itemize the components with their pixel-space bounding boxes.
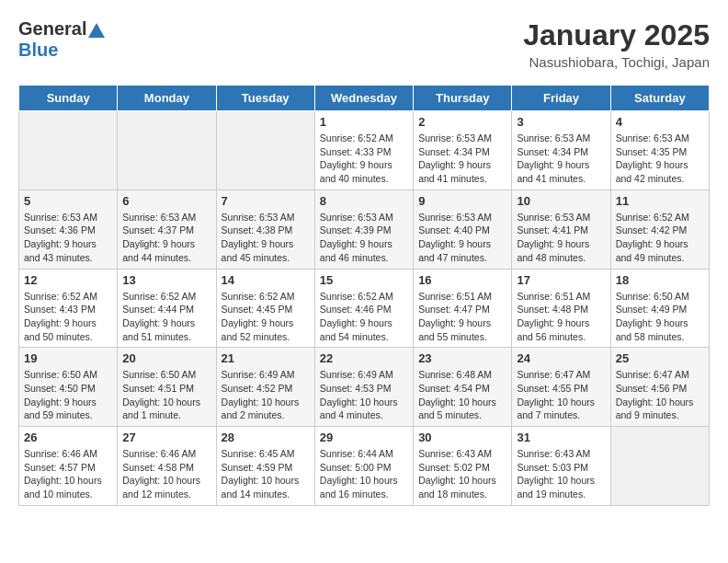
calendar-table: SundayMondayTuesdayWednesdayThursdayFrid… (18, 85, 710, 506)
day-info: Sunrise: 6:43 AM Sunset: 5:03 PM Dayligh… (517, 447, 605, 501)
day-number: 26 (24, 431, 112, 444)
day-info: Sunrise: 6:53 AM Sunset: 4:40 PM Dayligh… (418, 211, 506, 265)
calendar-cell: 26Sunrise: 6:46 AM Sunset: 4:57 PM Dayli… (19, 427, 118, 506)
calendar-cell: 9Sunrise: 6:53 AM Sunset: 4:40 PM Daylig… (414, 190, 512, 269)
calendar-cell (610, 427, 709, 506)
day-number: 27 (122, 431, 210, 444)
day-number: 13 (122, 273, 210, 287)
day-number: 22 (320, 351, 408, 365)
logo-blue-text: Blue (18, 40, 58, 61)
day-info: Sunrise: 6:43 AM Sunset: 5:02 PM Dayligh… (418, 447, 506, 501)
day-number: 31 (517, 431, 605, 444)
calendar-cell: 29Sunrise: 6:44 AM Sunset: 5:00 PM Dayli… (314, 427, 413, 506)
calendar-cell: 12Sunrise: 6:52 AM Sunset: 4:43 PM Dayli… (19, 269, 118, 348)
day-number: 29 (320, 431, 408, 444)
day-info: Sunrise: 6:53 AM Sunset: 4:39 PM Dayligh… (320, 211, 408, 265)
day-info: Sunrise: 6:49 AM Sunset: 4:52 PM Dayligh… (222, 368, 310, 422)
calendar-week-row: 12Sunrise: 6:52 AM Sunset: 4:43 PM Dayli… (19, 269, 710, 348)
day-info: Sunrise: 6:48 AM Sunset: 4:54 PM Dayligh… (418, 368, 506, 422)
calendar-cell: 27Sunrise: 6:46 AM Sunset: 4:58 PM Dayli… (118, 427, 216, 506)
day-number: 20 (122, 351, 210, 365)
day-info: Sunrise: 6:53 AM Sunset: 4:38 PM Dayligh… (222, 211, 310, 265)
calendar-header-row: SundayMondayTuesdayWednesdayThursdayFrid… (19, 86, 710, 111)
weekday-header-friday: Friday (512, 86, 610, 111)
calendar-cell: 10Sunrise: 6:53 AM Sunset: 4:41 PM Dayli… (512, 190, 610, 269)
day-info: Sunrise: 6:53 AM Sunset: 4:36 PM Dayligh… (24, 211, 112, 265)
weekday-header-monday: Monday (118, 86, 216, 111)
day-number: 7 (222, 194, 310, 208)
day-info: Sunrise: 6:50 AM Sunset: 4:49 PM Dayligh… (616, 290, 704, 344)
day-number: 5 (24, 194, 112, 208)
day-number: 17 (517, 273, 605, 287)
calendar-cell: 5Sunrise: 6:53 AM Sunset: 4:36 PM Daylig… (19, 190, 118, 269)
day-number: 24 (517, 351, 605, 365)
day-info: Sunrise: 6:45 AM Sunset: 4:59 PM Dayligh… (222, 447, 310, 501)
calendar-cell: 18Sunrise: 6:50 AM Sunset: 4:49 PM Dayli… (610, 269, 709, 348)
day-number: 25 (616, 351, 704, 365)
day-number: 18 (616, 273, 704, 287)
weekday-header-saturday: Saturday (610, 86, 709, 111)
month-title: January 2025 (523, 18, 710, 52)
day-info: Sunrise: 6:44 AM Sunset: 5:00 PM Dayligh… (320, 447, 408, 501)
calendar-cell: 15Sunrise: 6:52 AM Sunset: 4:46 PM Dayli… (314, 269, 413, 348)
page-header: General Blue January 2025 Nasushiobara, … (18, 18, 710, 70)
day-number: 21 (222, 351, 310, 365)
day-number: 16 (418, 273, 506, 287)
day-info: Sunrise: 6:52 AM Sunset: 4:45 PM Dayligh… (222, 290, 310, 344)
calendar-cell: 6Sunrise: 6:53 AM Sunset: 4:37 PM Daylig… (118, 190, 216, 269)
day-info: Sunrise: 6:51 AM Sunset: 4:47 PM Dayligh… (418, 290, 506, 344)
calendar-cell: 28Sunrise: 6:45 AM Sunset: 4:59 PM Dayli… (216, 427, 314, 506)
day-number: 15 (320, 273, 408, 287)
calendar-cell: 21Sunrise: 6:49 AM Sunset: 4:52 PM Dayli… (216, 348, 314, 427)
calendar-cell: 1Sunrise: 6:52 AM Sunset: 4:33 PM Daylig… (314, 111, 413, 190)
calendar-cell: 11Sunrise: 6:52 AM Sunset: 4:42 PM Dayli… (610, 190, 709, 269)
calendar-cell: 19Sunrise: 6:50 AM Sunset: 4:50 PM Dayli… (19, 348, 118, 427)
day-number: 4 (616, 115, 704, 129)
calendar-cell: 8Sunrise: 6:53 AM Sunset: 4:39 PM Daylig… (314, 190, 413, 269)
calendar-cell: 3Sunrise: 6:53 AM Sunset: 4:34 PM Daylig… (512, 111, 610, 190)
calendar-cell: 16Sunrise: 6:51 AM Sunset: 4:47 PM Dayli… (414, 269, 512, 348)
day-info: Sunrise: 6:46 AM Sunset: 4:58 PM Dayligh… (122, 447, 210, 501)
day-info: Sunrise: 6:52 AM Sunset: 4:43 PM Dayligh… (24, 290, 112, 344)
calendar-cell: 25Sunrise: 6:47 AM Sunset: 4:56 PM Dayli… (610, 348, 709, 427)
calendar-cell (19, 111, 118, 190)
weekday-header-wednesday: Wednesday (314, 86, 413, 111)
calendar-cell: 23Sunrise: 6:48 AM Sunset: 4:54 PM Dayli… (414, 348, 512, 427)
day-number: 12 (24, 273, 112, 287)
calendar-cell: 20Sunrise: 6:50 AM Sunset: 4:51 PM Dayli… (118, 348, 216, 427)
day-info: Sunrise: 6:52 AM Sunset: 4:46 PM Dayligh… (320, 290, 408, 344)
calendar-cell: 30Sunrise: 6:43 AM Sunset: 5:02 PM Dayli… (414, 427, 512, 506)
day-info: Sunrise: 6:53 AM Sunset: 4:35 PM Dayligh… (616, 132, 704, 186)
calendar-cell: 14Sunrise: 6:52 AM Sunset: 4:45 PM Dayli… (216, 269, 314, 348)
day-info: Sunrise: 6:53 AM Sunset: 4:34 PM Dayligh… (517, 132, 605, 186)
calendar-week-row: 26Sunrise: 6:46 AM Sunset: 4:57 PM Dayli… (19, 427, 710, 506)
day-info: Sunrise: 6:47 AM Sunset: 4:55 PM Dayligh… (517, 368, 605, 422)
logo-arrow-icon (88, 21, 105, 38)
day-info: Sunrise: 6:50 AM Sunset: 4:50 PM Dayligh… (24, 368, 112, 422)
weekday-header-thursday: Thursday (414, 86, 512, 111)
calendar-cell: 31Sunrise: 6:43 AM Sunset: 5:03 PM Dayli… (512, 427, 610, 506)
calendar-week-row: 1Sunrise: 6:52 AM Sunset: 4:33 PM Daylig… (19, 111, 710, 190)
day-info: Sunrise: 6:51 AM Sunset: 4:48 PM Dayligh… (517, 290, 605, 344)
day-info: Sunrise: 6:49 AM Sunset: 4:53 PM Dayligh… (320, 368, 408, 422)
calendar-cell (216, 111, 314, 190)
day-info: Sunrise: 6:53 AM Sunset: 4:34 PM Dayligh… (418, 132, 506, 186)
day-info: Sunrise: 6:53 AM Sunset: 4:41 PM Dayligh… (517, 211, 605, 265)
day-number: 1 (320, 115, 408, 129)
day-number: 3 (517, 115, 605, 129)
day-number: 8 (320, 194, 408, 208)
weekday-header-tuesday: Tuesday (216, 86, 314, 111)
day-info: Sunrise: 6:46 AM Sunset: 4:57 PM Dayligh… (24, 447, 112, 501)
svg-marker-0 (88, 23, 105, 38)
day-number: 30 (418, 431, 506, 444)
calendar-cell: 22Sunrise: 6:49 AM Sunset: 4:53 PM Dayli… (314, 348, 413, 427)
day-info: Sunrise: 6:47 AM Sunset: 4:56 PM Dayligh… (616, 368, 704, 422)
calendar-cell: 17Sunrise: 6:51 AM Sunset: 4:48 PM Dayli… (512, 269, 610, 348)
calendar-week-row: 5Sunrise: 6:53 AM Sunset: 4:36 PM Daylig… (19, 190, 710, 269)
calendar-cell: 13Sunrise: 6:52 AM Sunset: 4:44 PM Dayli… (118, 269, 216, 348)
day-info: Sunrise: 6:52 AM Sunset: 4:33 PM Dayligh… (320, 132, 408, 186)
day-number: 2 (418, 115, 506, 129)
calendar-cell: 2Sunrise: 6:53 AM Sunset: 4:34 PM Daylig… (414, 111, 512, 190)
day-number: 10 (517, 194, 605, 208)
calendar-cell: 7Sunrise: 6:53 AM Sunset: 4:38 PM Daylig… (216, 190, 314, 269)
